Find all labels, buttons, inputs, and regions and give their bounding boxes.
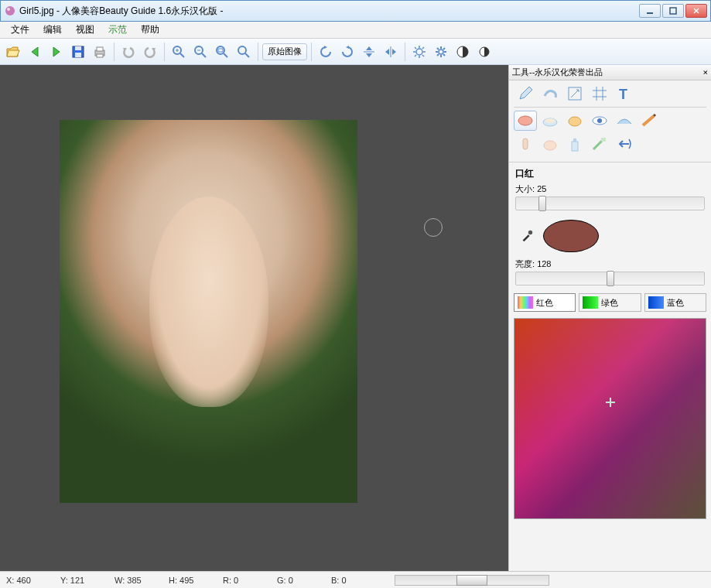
bottle-tool[interactable] <box>563 134 586 154</box>
menu-view[interactable]: 视图 <box>70 22 101 38</box>
svg-line-30 <box>422 55 424 56</box>
zoom-actual-button[interactable] <box>234 42 254 62</box>
channel-tab-red[interactable]: 红色 <box>514 293 576 312</box>
skin-tool[interactable] <box>538 134 562 154</box>
tools-panel-title: 工具--永乐汉化荣誉出品 <box>512 67 603 78</box>
maximize-button[interactable] <box>662 4 684 18</box>
svg-point-24 <box>416 49 422 55</box>
tools-panel-close-button[interactable]: × <box>702 67 708 77</box>
rotate-ccw-button[interactable] <box>316 42 336 62</box>
status-g: G: 0 <box>271 576 325 585</box>
svg-point-20 <box>238 46 246 54</box>
flip-horizontal-button[interactable] <box>381 42 401 62</box>
eye-tool[interactable] <box>588 111 611 131</box>
color-picker-field[interactable] <box>514 318 706 519</box>
svg-rect-58 <box>572 142 578 151</box>
horizontal-scrollbar[interactable] <box>395 575 549 586</box>
print-button[interactable] <box>90 42 110 62</box>
svg-line-21 <box>245 53 249 57</box>
pencil-tool[interactable] <box>514 84 537 104</box>
smudge-tool[interactable] <box>538 84 562 104</box>
settings-button[interactable] <box>431 42 451 62</box>
svg-line-29 <box>415 47 416 49</box>
save-button[interactable] <box>68 42 88 62</box>
svg-line-15 <box>202 53 206 57</box>
svg-line-11 <box>180 53 184 57</box>
tools-panel: 工具--永乐汉化荣誉出品 × T <box>508 65 711 571</box>
canvas-area[interactable] <box>0 65 508 571</box>
brush-cursor-icon <box>424 218 443 237</box>
svg-point-0 <box>5 6 15 15</box>
original-image-button[interactable]: 原始图像 <box>262 43 307 60</box>
status-bar: X: 460 Y: 121 W: 385 H: 495 R: 0 G: 0 B:… <box>0 571 711 588</box>
svg-text:T: T <box>619 87 627 102</box>
channel-tab-green[interactable]: 绿色 <box>579 293 641 312</box>
minimize-button[interactable] <box>639 4 661 18</box>
lipstick-tool[interactable] <box>514 111 537 131</box>
eyeshadow-tool[interactable] <box>613 111 636 131</box>
undo-button[interactable] <box>118 42 138 62</box>
open-button[interactable] <box>3 42 23 62</box>
svg-point-50 <box>518 116 532 125</box>
menu-edit[interactable]: 编辑 <box>37 22 68 38</box>
svg-point-55 <box>597 118 602 123</box>
tools-panel-header: 工具--永乐汉化荣誉出品 × <box>509 65 711 80</box>
svg-point-52 <box>545 118 555 123</box>
svg-line-18 <box>224 53 227 57</box>
svg-point-53 <box>569 117 581 126</box>
svg-point-57 <box>544 141 556 150</box>
zoom-in-button[interactable] <box>169 42 189 62</box>
menu-help[interactable]: 帮助 <box>135 22 166 38</box>
contrast-button[interactable] <box>453 42 473 62</box>
brightness-slider[interactable] <box>515 272 705 285</box>
status-r: R: 0 <box>217 576 271 585</box>
resize-tool[interactable] <box>563 84 586 104</box>
photo-image <box>60 120 357 503</box>
status-h: H: 495 <box>162 576 217 585</box>
svg-point-33 <box>439 50 443 54</box>
lipstick-color-swatch[interactable] <box>543 220 599 252</box>
next-button[interactable] <box>46 42 67 62</box>
eyedropper-icon[interactable] <box>520 229 534 243</box>
menu-demo[interactable]: 示范 <box>102 22 133 38</box>
contrast2-button[interactable] <box>474 42 494 62</box>
app-icon <box>4 5 16 17</box>
toothbrush-tool[interactable] <box>588 134 611 154</box>
blush-tool[interactable] <box>563 111 586 131</box>
prev-button[interactable] <box>25 42 45 62</box>
svg-line-40 <box>443 48 445 50</box>
rotate-cw-button[interactable] <box>337 42 357 62</box>
status-y: Y: 121 <box>54 576 108 585</box>
zoom-out-button[interactable] <box>190 42 210 62</box>
redo-button[interactable] <box>140 42 160 62</box>
svg-rect-60 <box>601 138 606 142</box>
color-picker-crosshair-icon <box>606 398 615 407</box>
text-tool[interactable]: T <box>613 84 636 104</box>
zoom-fit-button[interactable] <box>212 42 232 62</box>
brightness-label: 亮度: 128 <box>515 258 705 270</box>
size-slider[interactable] <box>515 197 705 210</box>
flip-vertical-button[interactable] <box>359 42 379 62</box>
eyepencil-tool[interactable] <box>638 111 661 131</box>
svg-line-38 <box>437 48 439 50</box>
close-button[interactable] <box>685 4 707 18</box>
brightness-button[interactable] <box>409 42 429 62</box>
main-toolbar: 原始图像 <box>0 39 711 65</box>
menu-file[interactable]: 文件 <box>5 22 36 38</box>
section-title-lipstick: 口红 <box>509 166 711 182</box>
svg-rect-56 <box>523 138 528 149</box>
svg-rect-9 <box>97 54 103 57</box>
svg-line-39 <box>443 54 445 56</box>
svg-rect-3 <box>670 8 676 14</box>
channel-tab-blue[interactable]: 蓝色 <box>644 293 706 312</box>
svg-line-31 <box>422 47 424 49</box>
powder-tool[interactable] <box>538 111 562 131</box>
svg-line-41 <box>437 54 439 56</box>
concealer-tool[interactable] <box>514 134 537 154</box>
window-titlebar: Girl5.jpg - 人像美容Beauty Guide 1.6永乐汉化版 - <box>0 0 711 22</box>
crop-tool[interactable] <box>588 84 611 104</box>
svg-line-32 <box>415 55 416 56</box>
warp-tool[interactable] <box>613 134 636 154</box>
status-w: W: 385 <box>108 576 162 585</box>
status-x: X: 460 <box>0 576 54 585</box>
